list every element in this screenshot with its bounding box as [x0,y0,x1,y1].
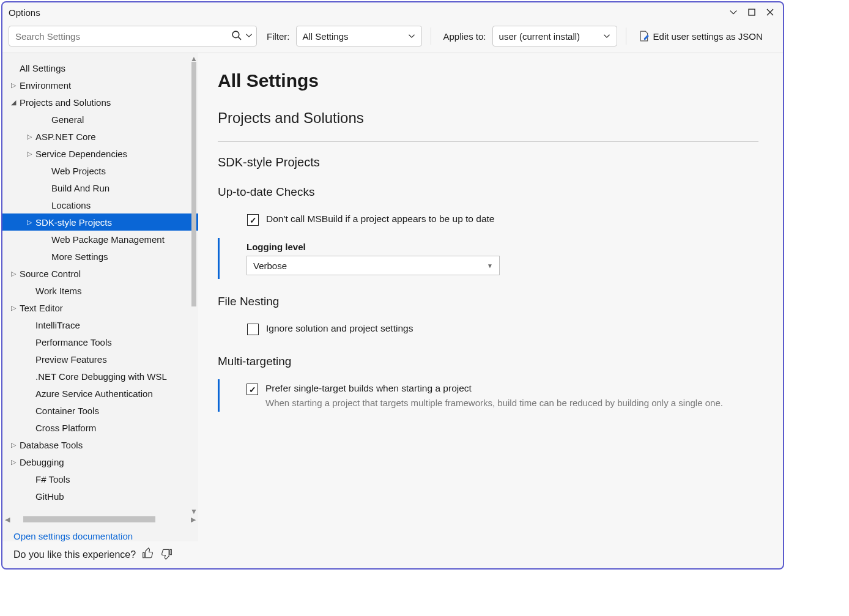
tree-item-label: General [51,114,84,125]
tree-item[interactable]: Cross Platform [2,419,198,436]
tree-item[interactable]: IntelliTrace [2,316,198,333]
horizontal-scrollbar[interactable]: ◀ ▶ [2,514,198,525]
tree-item-label: Web Package Management [51,234,165,245]
search-icon[interactable] [231,30,242,42]
tree-item[interactable]: ◢Projects and Solutions [2,94,198,111]
svg-point-1 [232,31,239,38]
tree-item[interactable]: ▷Source Control [2,265,198,282]
checkbox-prefer-single-target[interactable] [247,384,258,395]
vertical-scrollbar-thumb[interactable] [191,62,196,306]
tree-item[interactable]: Container Tools [2,402,198,419]
tree-item-label: All Settings [20,63,65,73]
scroll-down-icon[interactable]: ▼ [190,507,198,516]
tree-item[interactable]: ▷ASP.NET Core [2,128,198,145]
group-multitargeting: Multi-targeting [218,355,758,368]
tree-item[interactable]: GitHub [2,488,198,505]
horizontal-scrollbar-thumb[interactable] [23,516,155,522]
close-icon[interactable] [761,4,779,21]
page-title: All Settings [218,70,758,91]
scope-combo[interactable]: user (current install) [492,26,617,46]
caret-down-icon: ◢ [9,98,18,106]
divider [431,28,431,45]
filter-value: All Settings [303,31,349,42]
tree-item[interactable]: ▷Environment [2,76,198,94]
tree-item-label: Source Control [20,269,81,279]
documentation-link[interactable]: Open settings documentation [13,531,133,541]
tree-item-label: Cross Platform [35,423,96,433]
tree-item-label: Work Items [35,286,82,296]
tree-item[interactable]: All Settings [2,59,198,76]
tree-item[interactable]: ▷Database Tools [2,436,198,453]
thumbs-down-icon[interactable] [160,547,172,562]
tree-item[interactable]: ▷SDK-style Projects [2,213,198,231]
tree-item[interactable]: ▷Text Editor [2,299,198,316]
scroll-left-icon[interactable]: ◀ [5,516,10,524]
options-window: Options Filter: All Settings Applie [1,1,784,570]
chevron-down-icon[interactable] [724,4,743,21]
tree-item[interactable]: Web Projects [2,162,198,179]
divider [218,141,758,142]
caret-right-icon: ▷ [9,304,18,312]
checkbox-label: Prefer single-target builds when startin… [265,383,723,394]
chevron-down-icon: ▼ [487,262,493,269]
tree-item[interactable]: Build And Run [2,179,198,196]
tree-item[interactable]: ▷Debugging [2,453,198,470]
caret-right-icon: ▷ [9,270,18,278]
tree-item-label: Service Dependencies [35,149,127,159]
tree-item-label: F# Tools [35,474,70,484]
caret-right-icon: ▷ [9,458,18,466]
tree-item-label: More Settings [51,251,108,262]
subsection-heading: SDK-style Projects [218,155,758,169]
edit-json-link[interactable]: Edit user settings as JSON [639,31,763,42]
tree-item-label: ASP.NET Core [35,132,96,142]
logging-level-combo[interactable]: Verbose ▼ [247,256,500,275]
maximize-icon[interactable] [743,4,761,21]
caret-right-icon: ▷ [9,441,18,449]
sidebar: ▲ All Settings▷Environment◢Projects and … [2,53,198,541]
checkbox-label: Don't call MSBuild if a project appears … [266,213,494,225]
tree-item[interactable]: Performance Tools [2,333,198,351]
tree-item-label: Performance Tools [35,337,112,347]
caret-right-icon: ▷ [9,81,18,89]
tree-item[interactable]: Preview Features [2,351,198,368]
tree-item-label: IntelliTrace [35,320,80,330]
setting-logging-level: Logging level Verbose ▼ [218,238,758,279]
tree-item-label: Container Tools [35,406,99,416]
checkbox-uptodate[interactable] [247,214,259,226]
titlebar: Options [2,2,783,22]
tree-item-label: .NET Core Debugging with WSL [35,371,167,382]
document-edit-icon [639,31,650,42]
tree-item[interactable]: General [2,111,198,128]
group-filenesting: File Nesting [218,295,758,308]
toolbar: Filter: All Settings Applies to: user (c… [2,22,783,53]
tree-item[interactable]: Locations [2,196,198,213]
filter-label: Filter: [267,31,290,42]
tree-item-label: SDK-style Projects [35,217,112,228]
tree-item-label: Text Editor [20,303,63,313]
search-input[interactable] [15,31,231,42]
caret-right-icon: ▷ [24,150,34,158]
search-input-wrap [9,26,257,46]
tree-item[interactable]: F# Tools [2,470,198,488]
checkbox-ignore-nesting[interactable] [247,324,259,335]
tree-item[interactable]: Work Items [2,282,198,299]
tree-item[interactable]: ▷Service Dependencies [2,145,198,162]
tree-item-label: Web Projects [51,166,106,176]
tree-item[interactable]: .NET Core Debugging with WSL [2,368,198,385]
scope-label: Applies to: [443,31,486,42]
body: ▲ All Settings▷Environment◢Projects and … [2,53,783,541]
setting-ignore-nesting: Ignore solution and project settings [218,319,758,339]
search-history-dropdown-icon[interactable] [245,31,253,41]
content-pane: All Settings Projects and Solutions SDK-… [198,53,783,541]
setting-prefer-single-target: Prefer single-target builds when startin… [218,379,758,412]
settings-tree[interactable]: All Settings▷Environment◢Projects and So… [2,59,198,514]
logging-level-value: Verbose [253,261,287,271]
tree-item[interactable]: Azure Service Authentication [2,385,198,402]
tree-item[interactable]: More Settings [2,248,198,265]
tree-item[interactable]: Web Package Management [2,231,198,248]
feedback-prompt: Do you like this experience? [13,549,136,560]
scroll-right-icon[interactable]: ▶ [191,516,196,524]
thumbs-up-icon[interactable] [142,547,154,562]
tree-item-label: Debugging [20,457,64,467]
filter-combo[interactable]: All Settings [296,26,422,46]
